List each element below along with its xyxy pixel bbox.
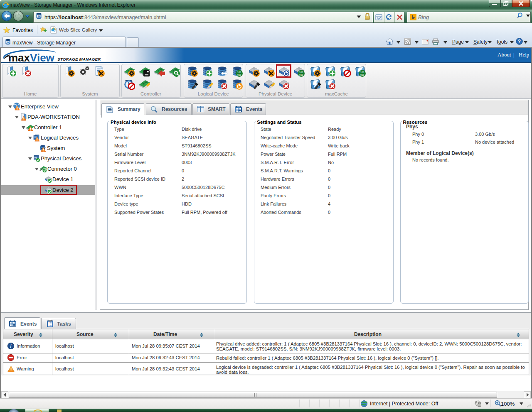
svg-text:101: 101 [360,71,365,74]
svg-text:011: 011 [360,74,364,76]
svg-text:101: 101 [237,71,241,74]
svg-text:011: 011 [237,74,241,76]
svg-text:a: a [38,14,40,18]
svg-text:?: ? [518,39,521,44]
svg-text:101: 101 [299,71,303,74]
svg-text:011: 011 [299,74,303,76]
svg-text:a: a [7,40,9,44]
